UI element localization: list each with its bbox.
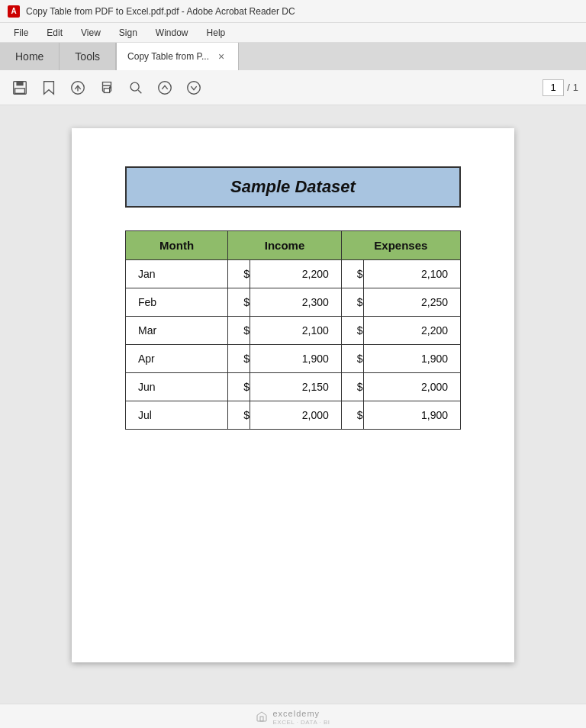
table-row: Feb $ 2,300 $ 2,250 xyxy=(126,288,461,317)
bookmark-button[interactable] xyxy=(37,76,61,100)
menu-bar: File Edit View Sign Window Help xyxy=(0,23,586,43)
cell-month-2: Mar xyxy=(126,317,228,345)
tab-document[interactable]: Copy Table from P... × xyxy=(116,43,239,70)
cell-income-value-3: 1,900 xyxy=(250,345,341,373)
cell-income-dollar-5: $ xyxy=(228,401,250,430)
cell-month-0: Jan xyxy=(126,260,228,288)
footer-logo: exceldemy EXCEL · DATA · BI xyxy=(256,707,330,726)
data-table: Month Income Expenses Jan $ 2,200 $ 2,10… xyxy=(125,230,461,430)
upload-icon xyxy=(69,79,86,96)
cell-month-3: Apr xyxy=(126,345,228,373)
cell-expense-dollar-3: $ xyxy=(341,345,363,373)
page-separator: / xyxy=(567,82,570,93)
cell-income-dollar-0: $ xyxy=(228,260,250,288)
title-bar-text: Copy Table from PDF to Excel.pdf.pdf - A… xyxy=(26,6,295,17)
col-header-expenses: Expenses xyxy=(341,231,460,260)
cell-expense-dollar-0: $ xyxy=(341,260,363,288)
menu-view[interactable]: View xyxy=(73,25,108,40)
home-logo-icon xyxy=(256,710,268,723)
table-row: Jan $ 2,200 $ 2,100 xyxy=(126,260,461,288)
dataset-title: Sample Dataset xyxy=(230,177,356,196)
cell-expense-dollar-5: $ xyxy=(341,401,363,430)
cell-expense-dollar-1: $ xyxy=(341,288,363,317)
footer-brand: exceldemy EXCEL · DATA · BI xyxy=(272,707,330,726)
save-button[interactable] xyxy=(8,76,32,100)
adobe-icon: A xyxy=(8,5,20,18)
table-row: Jul $ 2,000 $ 1,900 xyxy=(126,401,461,430)
next-page-button[interactable] xyxy=(182,76,206,100)
tab-close-button[interactable]: × xyxy=(215,50,227,63)
tab-home-label: Home xyxy=(15,50,43,63)
bookmark-icon xyxy=(40,79,57,96)
prev-page-icon xyxy=(156,79,173,96)
svg-rect-13 xyxy=(260,717,263,721)
cell-expense-value-1: 2,250 xyxy=(363,288,460,317)
footer-tagline: EXCEL · DATA · BI xyxy=(272,719,330,726)
svg-line-10 xyxy=(138,90,141,93)
cell-income-value-1: 2,300 xyxy=(250,288,341,317)
tab-doc-label: Copy Table from P... xyxy=(127,51,209,62)
prev-page-button[interactable] xyxy=(153,76,177,100)
table-header-row: Month Income Expenses xyxy=(126,231,461,260)
svg-rect-2 xyxy=(15,88,25,92)
menu-window[interactable]: Window xyxy=(148,25,196,40)
cell-income-dollar-2: $ xyxy=(228,317,250,345)
search-icon xyxy=(127,79,144,96)
table-row: Apr $ 1,900 $ 1,900 xyxy=(126,345,461,373)
cell-expense-value-0: 2,100 xyxy=(363,260,460,288)
print-icon xyxy=(98,79,115,96)
cell-income-dollar-4: $ xyxy=(228,373,250,401)
search-button[interactable] xyxy=(124,76,148,100)
total-pages: 1 xyxy=(573,82,578,93)
save-icon xyxy=(11,79,28,96)
pdf-page: Sample Dataset Month Income Expenses Jan… xyxy=(72,128,514,662)
menu-sign[interactable]: Sign xyxy=(111,25,145,40)
tab-tools-label: Tools xyxy=(75,50,100,63)
cell-income-value-2: 2,100 xyxy=(250,317,341,345)
menu-help[interactable]: Help xyxy=(199,25,233,40)
page-input[interactable] xyxy=(543,79,564,96)
cell-month-1: Feb xyxy=(126,288,228,317)
cell-income-dollar-3: $ xyxy=(228,345,250,373)
cell-income-dollar-1: $ xyxy=(228,288,250,317)
title-bar: A Copy Table from PDF to Excel.pdf.pdf -… xyxy=(0,0,586,23)
cell-income-value-4: 2,150 xyxy=(250,373,341,401)
cell-expense-dollar-4: $ xyxy=(341,373,363,401)
col-header-income: Income xyxy=(228,231,342,260)
tab-tools[interactable]: Tools xyxy=(60,43,116,70)
content-area: Sample Dataset Month Income Expenses Jan… xyxy=(0,105,586,704)
cell-income-value-5: 2,000 xyxy=(250,401,341,430)
page-navigation: / 1 xyxy=(543,79,578,96)
tab-bar: Home Tools Copy Table from P... × xyxy=(0,43,586,70)
cell-income-value-0: 2,200 xyxy=(250,260,341,288)
footer-brand-name: exceldemy xyxy=(272,709,320,718)
cell-expense-dollar-2: $ xyxy=(341,317,363,345)
svg-point-9 xyxy=(130,82,139,91)
menu-edit[interactable]: Edit xyxy=(39,25,70,40)
col-header-month: Month xyxy=(126,231,228,260)
svg-rect-7 xyxy=(104,88,109,92)
dataset-title-container: Sample Dataset xyxy=(125,166,461,208)
table-row: Jun $ 2,150 $ 2,000 xyxy=(126,373,461,401)
cell-expense-value-5: 1,900 xyxy=(363,401,460,430)
toolbar: / 1 xyxy=(0,70,586,105)
cell-expense-value-4: 2,000 xyxy=(363,373,460,401)
svg-rect-1 xyxy=(16,81,23,85)
svg-point-12 xyxy=(188,81,201,94)
svg-point-8 xyxy=(110,86,111,88)
tab-spacer xyxy=(239,43,586,70)
next-page-icon xyxy=(185,79,202,96)
menu-file[interactable]: File xyxy=(6,25,36,40)
cell-expense-value-3: 1,900 xyxy=(363,345,460,373)
upload-button[interactable] xyxy=(66,76,90,100)
print-button[interactable] xyxy=(95,76,119,100)
svg-point-11 xyxy=(159,81,172,94)
svg-marker-3 xyxy=(44,81,54,94)
cell-expense-value-2: 2,200 xyxy=(363,317,460,345)
cell-month-5: Jul xyxy=(126,401,228,430)
tab-home[interactable]: Home xyxy=(0,43,60,70)
table-row: Mar $ 2,100 $ 2,200 xyxy=(126,317,461,345)
footer-bar: exceldemy EXCEL · DATA · BI xyxy=(0,704,586,728)
cell-month-4: Jun xyxy=(126,373,228,401)
